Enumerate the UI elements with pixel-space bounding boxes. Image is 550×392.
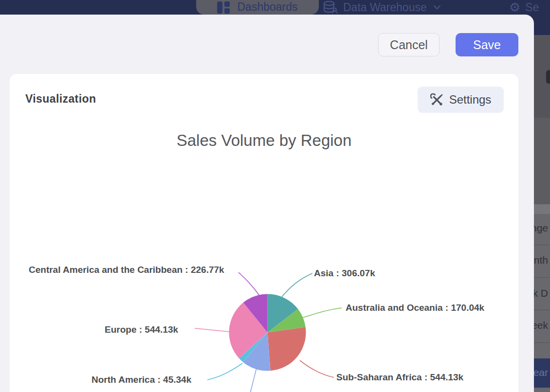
dimmed-background-strip: ngenthk Deekear <box>534 35 550 392</box>
pie-leader-line <box>281 273 312 298</box>
nav-tab-dashboards[interactable]: Dashboards <box>196 0 319 15</box>
pie-label: Australia and Oceania : 170.04k <box>346 302 484 313</box>
background-dark-button-edge <box>546 70 550 84</box>
save-button[interactable]: Save <box>456 33 518 56</box>
dashboards-icon <box>217 1 230 14</box>
visualization-card: Visualization Settings Sales Volume by R… <box>10 74 518 392</box>
screen: Dashboards Data Warehouse ⚙ Se <box>0 0 550 392</box>
pie-leader-line <box>250 368 257 392</box>
pie-label: North America : 45.34k <box>92 374 191 385</box>
pie-chart <box>10 74 518 392</box>
nav-item-data-warehouse[interactable]: Data Warehouse <box>323 0 440 15</box>
pie-label: Central America and the Caribbean : 226.… <box>29 264 232 275</box>
nav-item-settings-partial-label: Se <box>525 1 539 14</box>
pie-leader-line <box>238 272 260 296</box>
pie-leader-line <box>195 328 229 332</box>
nav-tab-dashboards-label: Dashboards <box>237 0 297 14</box>
nav-item-data-warehouse-label: Data Warehouse <box>343 1 427 14</box>
visualization-editor-modal: Cancel Save Visualization Settings Sales… <box>0 15 534 392</box>
pie-slice[interactable] <box>268 327 306 371</box>
pie-label: Sub-Saharan Africa : 544.13k <box>336 372 463 383</box>
pie-leader-line <box>300 360 334 377</box>
gear-icon: ⚙ <box>509 1 520 14</box>
cancel-button[interactable]: Cancel <box>378 33 440 56</box>
pie-label: Europe : 544.13k <box>105 324 178 335</box>
chevron-down-icon <box>434 5 440 10</box>
pie-leader-line <box>303 308 342 318</box>
pie-label: Asia : 306.07k <box>314 267 375 279</box>
database-user-icon <box>323 0 338 14</box>
pie-leader-line <box>207 363 242 380</box>
nav-item-settings[interactable]: ⚙ Se <box>509 0 539 15</box>
